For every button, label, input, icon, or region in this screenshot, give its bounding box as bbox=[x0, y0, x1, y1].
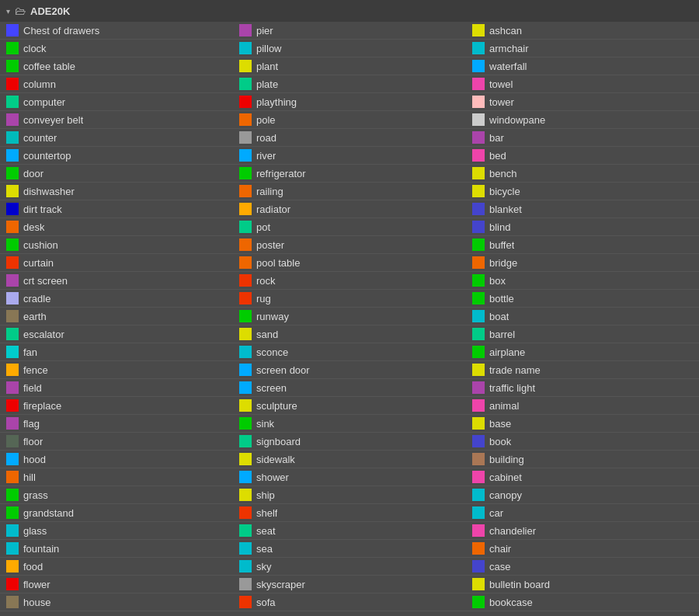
list-item[interactable]: counter bbox=[0, 129, 233, 147]
list-item[interactable]: railing bbox=[233, 183, 466, 200]
list-item[interactable]: cabinet bbox=[466, 468, 699, 486]
list-item[interactable]: fireplace bbox=[0, 397, 233, 415]
list-item[interactable]: field bbox=[0, 379, 233, 397]
list-item[interactable]: buffet bbox=[466, 236, 699, 254]
list-item[interactable]: chair bbox=[466, 540, 699, 558]
list-item[interactable]: plaything bbox=[233, 93, 466, 111]
list-item[interactable]: plant bbox=[233, 57, 466, 75]
list-item[interactable]: sconce bbox=[233, 343, 466, 361]
list-item[interactable]: curtain bbox=[0, 254, 233, 272]
list-item[interactable]: ashcan bbox=[466, 22, 699, 40]
list-item[interactable]: pillow bbox=[233, 40, 466, 57]
list-item[interactable]: Chest of drawers bbox=[0, 22, 233, 40]
list-item[interactable]: earth bbox=[0, 308, 233, 325]
list-item[interactable]: windowpane bbox=[466, 111, 699, 129]
list-item[interactable]: building bbox=[466, 451, 699, 468]
list-item[interactable]: bridge bbox=[466, 254, 699, 272]
list-item[interactable]: house bbox=[0, 593, 233, 611]
list-item[interactable]: car bbox=[466, 504, 699, 522]
list-item[interactable]: sofa bbox=[233, 593, 466, 611]
list-item[interactable]: flag bbox=[0, 415, 233, 433]
list-item[interactable]: hill bbox=[0, 468, 233, 486]
list-item[interactable]: pot bbox=[233, 218, 466, 236]
list-item[interactable]: river bbox=[233, 147, 466, 165]
list-item[interactable]: tower bbox=[466, 93, 699, 111]
list-item[interactable]: sea bbox=[233, 540, 466, 558]
list-item[interactable]: pole bbox=[233, 111, 466, 129]
list-item[interactable]: box bbox=[466, 272, 699, 290]
list-item[interactable]: chandelier bbox=[466, 522, 699, 540]
list-item[interactable]: floor bbox=[0, 433, 233, 451]
list-item[interactable]: pier bbox=[233, 22, 466, 40]
list-item[interactable]: sculpture bbox=[233, 397, 466, 415]
list-item[interactable]: sidewalk bbox=[233, 451, 466, 468]
list-item[interactable]: bookcase bbox=[466, 593, 699, 611]
list-item[interactable]: sink bbox=[233, 415, 466, 433]
list-item[interactable]: crt screen bbox=[0, 272, 233, 290]
list-item[interactable]: countertop bbox=[0, 147, 233, 165]
list-item[interactable]: bottle bbox=[466, 290, 699, 308]
list-item[interactable]: plate bbox=[233, 75, 466, 93]
list-item[interactable]: shelf bbox=[233, 504, 466, 522]
list-item[interactable]: trade name bbox=[466, 361, 699, 379]
list-item[interactable]: animal bbox=[466, 397, 699, 415]
list-item[interactable]: cradle bbox=[0, 290, 233, 308]
list-item[interactable]: rock bbox=[233, 272, 466, 290]
list-item[interactable]: pool table bbox=[233, 254, 466, 272]
list-item[interactable]: fountain bbox=[0, 540, 233, 558]
list-item[interactable]: hood bbox=[0, 451, 233, 468]
list-item[interactable]: base bbox=[466, 415, 699, 433]
list-item[interactable]: cushion bbox=[0, 236, 233, 254]
list-item[interactable]: blind bbox=[466, 218, 699, 236]
list-item[interactable]: canopy bbox=[466, 486, 699, 504]
list-item[interactable]: signboard bbox=[233, 433, 466, 451]
list-item[interactable]: road bbox=[233, 129, 466, 147]
list-item[interactable]: waterfall bbox=[466, 57, 699, 75]
list-item[interactable]: towel bbox=[466, 75, 699, 93]
list-item[interactable]: flower bbox=[0, 576, 233, 593]
list-item[interactable]: skyscraper bbox=[233, 576, 466, 593]
list-item[interactable]: rug bbox=[233, 290, 466, 308]
list-item[interactable]: armchair bbox=[466, 40, 699, 57]
list-item[interactable]: barrel bbox=[466, 325, 699, 343]
list-item[interactable]: screen bbox=[233, 379, 466, 397]
list-item[interactable]: coffee table bbox=[0, 57, 233, 75]
list-item[interactable]: bicycle bbox=[466, 183, 699, 200]
list-item[interactable]: food bbox=[0, 558, 233, 576]
list-item[interactable]: desk bbox=[0, 218, 233, 236]
list-item[interactable]: glass bbox=[0, 522, 233, 540]
list-item[interactable]: conveyer belt bbox=[0, 111, 233, 129]
list-item[interactable]: poster bbox=[233, 236, 466, 254]
list-item[interactable]: boat bbox=[466, 308, 699, 325]
list-item[interactable]: escalator bbox=[0, 325, 233, 343]
list-item[interactable]: screen door bbox=[233, 361, 466, 379]
list-item[interactable]: shower bbox=[233, 468, 466, 486]
collapse-arrow[interactable]: ▾ bbox=[6, 7, 10, 16]
list-item[interactable]: fan bbox=[0, 343, 233, 361]
list-item[interactable]: airplane bbox=[466, 343, 699, 361]
list-item[interactable]: seat bbox=[233, 522, 466, 540]
list-item[interactable]: runway bbox=[233, 308, 466, 325]
list-item[interactable]: refrigerator bbox=[233, 165, 466, 183]
list-item[interactable]: computer bbox=[0, 93, 233, 111]
list-item[interactable]: book bbox=[466, 433, 699, 451]
list-item[interactable]: ship bbox=[233, 486, 466, 504]
list-item[interactable]: blanket bbox=[466, 200, 699, 218]
list-item[interactable]: bulletin board bbox=[466, 576, 699, 593]
list-item[interactable]: bench bbox=[466, 165, 699, 183]
list-item[interactable]: grandstand bbox=[0, 504, 233, 522]
list-item[interactable]: door bbox=[0, 165, 233, 183]
list-item[interactable]: case bbox=[466, 558, 699, 576]
list-item[interactable]: dishwasher bbox=[0, 183, 233, 200]
list-item[interactable]: clock bbox=[0, 40, 233, 57]
list-item[interactable]: sky bbox=[233, 558, 466, 576]
list-item[interactable]: bar bbox=[466, 129, 699, 147]
list-item[interactable]: column bbox=[0, 75, 233, 93]
list-item[interactable]: fence bbox=[0, 361, 233, 379]
list-item[interactable]: bed bbox=[466, 147, 699, 165]
list-item[interactable]: grass bbox=[0, 486, 233, 504]
list-item[interactable]: radiator bbox=[233, 200, 466, 218]
list-item[interactable]: dirt track bbox=[0, 200, 233, 218]
list-item[interactable]: sand bbox=[233, 325, 466, 343]
list-item[interactable]: traffic light bbox=[466, 379, 699, 397]
